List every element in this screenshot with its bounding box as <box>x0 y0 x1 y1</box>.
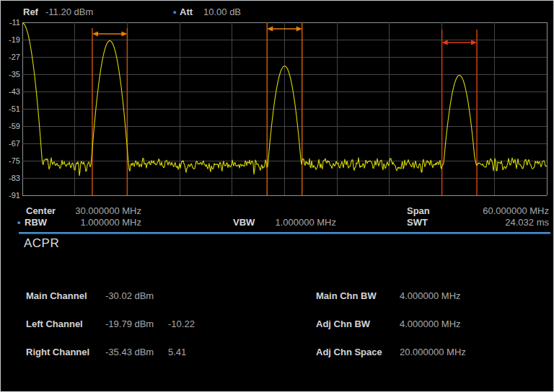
spectrum-analyzer-screen: -11-19-27-35-43-51-59-67-75-83-91 Ref -1… <box>0 0 554 392</box>
y-axis-label: -75 <box>1 157 20 165</box>
right-channel-power: -35.43 dBm <box>105 347 154 357</box>
main-channel-power: -30.02 dBm <box>105 290 154 301</box>
span-label: Span <box>407 205 430 216</box>
main-chn-bw-value: 4.000000 MHz <box>400 290 461 301</box>
center-freq-label: Center <box>26 205 56 216</box>
y-axis-label: -19 <box>1 36 20 44</box>
adj-chn-bw-value: 4.000000 MHz <box>400 318 461 329</box>
y-axis-label: -51 <box>1 105 20 113</box>
main-chn-bw-label: Main Chn BW <box>316 290 377 301</box>
ref-level-value: -11.20 dBm <box>45 6 93 17</box>
vbw-value: 1.000000 MHz <box>239 217 336 228</box>
rbw-coupled-icon: • <box>17 217 21 228</box>
rbw-value: 1.000000 MHz <box>62 217 141 228</box>
left-channel-label: Left Channel <box>26 318 83 329</box>
right-channel-ratio: 5.41 <box>168 347 186 357</box>
section-divider <box>19 232 550 234</box>
left-channel-ratio: -10.22 <box>168 318 195 329</box>
left-channel-power: -19.79 dBm <box>105 318 154 329</box>
y-axis-label: -35 <box>1 71 20 79</box>
attenuation-value: 10.00 dB <box>203 6 241 17</box>
y-axis-label: -27 <box>1 53 20 61</box>
y-axis-label: -83 <box>1 174 20 182</box>
y-axis-label: -11 <box>1 19 20 27</box>
swt-label: SWT <box>407 217 428 228</box>
y-axis-label: -91 <box>1 192 20 200</box>
channel-marker-left <box>92 28 127 195</box>
acpr-section-title: ACPR <box>24 236 59 251</box>
y-axis-label: -43 <box>1 88 20 96</box>
spectrum-plot-svg <box>1 1 554 200</box>
y-axis-label: -67 <box>1 140 20 148</box>
adj-chn-bw-label: Adj Chn BW <box>316 318 370 329</box>
adj-chn-space-label: Adj Chn Space <box>316 347 382 357</box>
center-freq-value: 30.000000 MHz <box>62 205 141 216</box>
rbw-label: RBW <box>25 217 47 228</box>
swt-value: 24.032 ms <box>431 217 549 228</box>
attenuation-label: Att <box>180 6 193 17</box>
main-channel-label: Main Channel <box>26 290 87 301</box>
graticule-grid <box>22 22 547 195</box>
y-axis-label: -59 <box>1 122 20 130</box>
att-coupled-icon: • <box>173 6 177 17</box>
ref-level-label: Ref <box>23 6 38 17</box>
right-channel-label: Right Channel <box>26 347 89 357</box>
adj-chn-space-value: 20.000000 MHz <box>400 347 466 357</box>
span-value: 60.000000 MHz <box>431 205 549 216</box>
channel-marker-right <box>442 30 477 195</box>
